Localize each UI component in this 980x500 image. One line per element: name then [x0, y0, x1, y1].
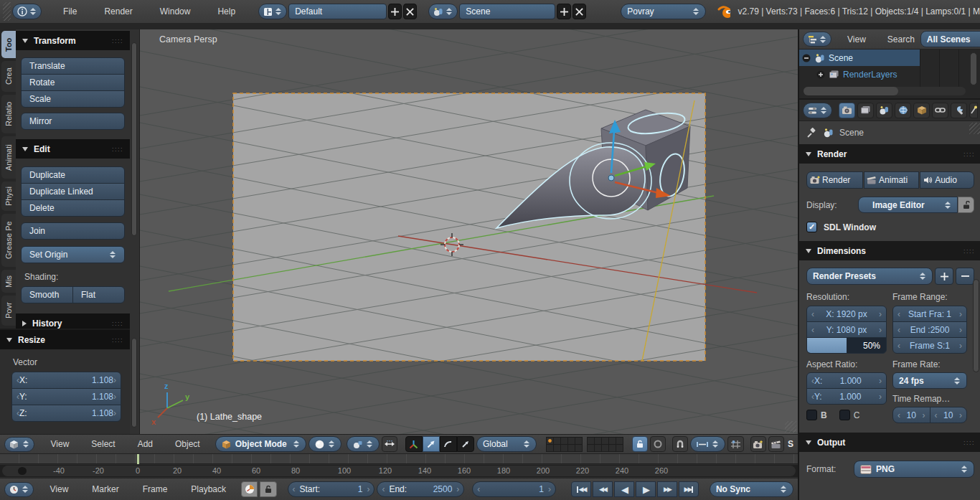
frame-start-field[interactable]: ‹Start:1›	[288, 481, 375, 497]
editor-type-selector-outliner[interactable]	[803, 32, 831, 47]
play-button[interactable]: ▶	[636, 481, 656, 497]
delete-button[interactable]: Delete	[21, 199, 125, 217]
display-mode-dropdown[interactable]: Image Editor	[858, 197, 958, 213]
sdl-window-checkbox[interactable]	[806, 222, 817, 232]
shelf-tab-animation[interactable]: Animati	[1, 136, 16, 179]
transform-panel-header[interactable]: Transform::::	[16, 31, 130, 50]
tab-render-layers[interactable]	[857, 103, 874, 118]
duplicate-linked-button[interactable]: Duplicate Linked	[21, 183, 125, 200]
menu-frame[interactable]: Frame	[140, 484, 171, 494]
aspect-y-field[interactable]: ‹Y:1.000›	[806, 388, 887, 405]
menu-object[interactable]: Object	[172, 439, 203, 449]
menu-window[interactable]: Window	[157, 6, 194, 16]
manipulator-rotate-button[interactable]	[440, 436, 457, 452]
mirror-button[interactable]: Mirror	[21, 113, 125, 130]
resize-y-field[interactable]: ‹Y:1.108›	[11, 388, 121, 405]
screen-layout-icon-dropdown[interactable]	[258, 4, 287, 19]
editor-type-selector-3dview[interactable]	[4, 437, 34, 452]
set-origin-dropdown[interactable]: Set Origin	[21, 246, 125, 263]
timeline-ruler[interactable]: -40 -20 0 20 40 60 80 100 120 140 160 18…	[0, 465, 798, 477]
outliner-row-scene[interactable]: Scene	[799, 49, 920, 66]
crop-checkbox[interactable]	[839, 410, 850, 420]
render-engine-dropdown[interactable]: Povray	[621, 4, 705, 19]
current-frame-field[interactable]: ‹1›	[472, 481, 556, 497]
frame-end-field[interactable]: ‹End:2500›	[377, 481, 464, 497]
render-presets-dropdown[interactable]: Render Presets	[806, 268, 933, 285]
shelf-tab-create[interactable]: Crea	[1, 61, 16, 92]
translate-button[interactable]: Translate	[21, 57, 125, 75]
menu-render[interactable]: Render	[101, 6, 135, 16]
timeline-scroller[interactable]	[2, 466, 796, 476]
resolution-percentage-slider[interactable]: 50%	[806, 337, 887, 354]
frame-end-prop-field[interactable]: ‹End :2500›	[892, 321, 967, 338]
viewport-resize-grip[interactable]	[785, 421, 796, 433]
scene-name-field[interactable]: Scene	[459, 4, 555, 19]
panel-drag-dots[interactable]: ::::	[112, 336, 123, 344]
manipulator-axes-button[interactable]	[405, 436, 423, 452]
scale-button[interactable]: Scale	[21, 90, 125, 108]
duplicate-button[interactable]: Duplicate	[21, 166, 125, 184]
jump-to-end-button[interactable]: ▶▶	[679, 481, 699, 497]
editor-type-selector-timeline[interactable]	[4, 482, 34, 497]
menu-file[interactable]: File	[60, 6, 80, 16]
outliner-hscrollbar[interactable]	[804, 87, 966, 95]
editor-type-selector-info[interactable]	[12, 4, 42, 19]
menu-search-outliner[interactable]: Search	[885, 34, 918, 44]
layer-buttons[interactable]	[546, 437, 624, 452]
jump-next-keyframe-button[interactable]: ▶▶	[657, 481, 677, 497]
outliner-display-filter-dropdown[interactable]: All Scenes	[920, 31, 980, 47]
hscrollbar-thumb[interactable]	[804, 87, 898, 95]
shelf-tab-misc[interactable]: Mis	[1, 270, 16, 293]
timeline-tick-strip[interactable]	[0, 454, 798, 464]
panel-drag-dots[interactable]: ::::	[112, 37, 123, 44]
layers-grid-right[interactable]	[587, 437, 624, 452]
operator-panel-scrollbar[interactable]	[131, 338, 137, 428]
file-format-dropdown[interactable]: PNG	[854, 461, 974, 478]
shade-flat-button[interactable]: Flat	[72, 286, 125, 303]
menu-view-timeline[interactable]: View	[47, 484, 72, 494]
tab-data-partial[interactable]	[969, 103, 978, 118]
lock-time-cursor-toggle[interactable]	[260, 481, 276, 497]
manipulator-scale-button[interactable]	[457, 436, 474, 452]
remap-new-field[interactable]: ‹10›	[930, 407, 968, 423]
lock-to-scene-toggle[interactable]	[632, 436, 648, 452]
shelf-tab-physics[interactable]: Physi	[1, 181, 16, 211]
fps-dropdown[interactable]: 24 fps	[892, 372, 967, 389]
viewport-shading-dropdown[interactable]	[308, 436, 341, 452]
snap-element-dropdown[interactable]	[690, 436, 725, 452]
resize-panel-header[interactable]: Resize::::	[0, 330, 130, 349]
expand-plus-icon[interactable]	[816, 70, 825, 79]
proportional-edit-toggle[interactable]	[650, 436, 666, 452]
frame-step-field[interactable]: ‹Frame S:1›	[892, 337, 967, 354]
resolution-x-field[interactable]: ‹X: 1920 px›	[806, 306, 887, 322]
menu-playback[interactable]: Playback	[188, 484, 229, 494]
add-layout-button[interactable]	[388, 4, 402, 19]
pin-icon[interactable]	[806, 128, 817, 138]
current-frame-marker[interactable]	[137, 454, 139, 464]
menu-add[interactable]: Add	[135, 439, 156, 449]
scroller-knob[interactable]	[18, 467, 27, 475]
resize-z-field[interactable]: ‹Z:1.108›	[11, 405, 121, 422]
resolution-y-field[interactable]: ‹Y: 1080 px›	[806, 321, 887, 338]
collapse-minus-icon[interactable]	[802, 54, 811, 62]
tab-object[interactable]	[913, 103, 930, 118]
render-panel-header[interactable]: Render::::	[799, 144, 980, 164]
editor-type-selector-properties[interactable]	[803, 103, 832, 118]
output-panel-header[interactable]: Output::::	[799, 433, 980, 452]
window-resize-grip[interactable]	[3, 2, 11, 21]
shelf-tab-grease-pencil[interactable]: Grease Pe	[1, 214, 16, 267]
add-preset-button[interactable]	[935, 268, 953, 285]
render-animation-button[interactable]: Animati	[864, 171, 919, 189]
frame-start-prop-field[interactable]: ‹Start Fra: 1›	[892, 306, 967, 322]
transform-orientation-dropdown[interactable]: Global	[476, 436, 537, 452]
render-opengl-button[interactable]	[750, 436, 766, 452]
shelf-tab-relations[interactable]: Relatio	[1, 95, 16, 133]
use-preview-range-toggle[interactable]	[241, 481, 258, 497]
dimensions-panel-header[interactable]: Dimensions::::	[799, 241, 980, 260]
tab-scene[interactable]	[876, 103, 892, 118]
menu-select[interactable]: Select	[88, 439, 118, 449]
jump-to-start-button[interactable]: ◀◀	[571, 481, 591, 497]
add-scene-button[interactable]	[557, 4, 570, 19]
menu-marker[interactable]: Marker	[89, 484, 121, 494]
menu-view[interactable]: View	[48, 439, 72, 449]
